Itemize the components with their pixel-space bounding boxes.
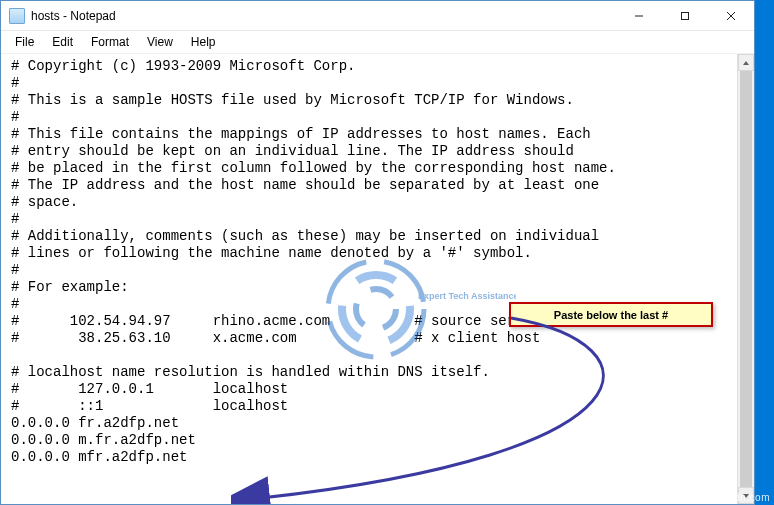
menubar: File Edit Format View Help — [1, 31, 754, 54]
svg-marker-4 — [743, 61, 749, 65]
window-title: hosts - Notepad — [31, 9, 616, 23]
menu-view[interactable]: View — [139, 33, 181, 51]
source-credit: wsxdn.com — [715, 492, 770, 503]
text-editor[interactable]: # Copyright (c) 1993-2009 Microsoft Corp… — [1, 54, 737, 504]
menu-help[interactable]: Help — [183, 33, 224, 51]
titlebar: hosts - Notepad — [1, 1, 754, 31]
chevron-up-icon — [742, 59, 750, 67]
minimize-button[interactable] — [616, 1, 662, 30]
notepad-icon — [9, 8, 25, 24]
notepad-window: hosts - Notepad File Edit Format View He… — [0, 0, 755, 505]
close-button[interactable] — [708, 1, 754, 30]
annotation-callout: Paste below the last # — [509, 302, 713, 327]
maximize-icon — [680, 11, 690, 21]
menu-file[interactable]: File — [7, 33, 42, 51]
svg-rect-1 — [682, 12, 689, 19]
minimize-icon — [634, 11, 644, 21]
maximize-button[interactable] — [662, 1, 708, 30]
menu-format[interactable]: Format — [83, 33, 137, 51]
scroll-up-button[interactable] — [738, 54, 754, 71]
vertical-scrollbar[interactable] — [737, 54, 754, 504]
scroll-thumb[interactable] — [740, 71, 752, 487]
annotation-text: Paste below the last # — [554, 309, 668, 321]
close-icon — [726, 11, 736, 21]
menu-edit[interactable]: Edit — [44, 33, 81, 51]
scroll-track[interactable] — [738, 71, 754, 487]
window-controls — [616, 1, 754, 30]
editor-container: # Copyright (c) 1993-2009 Microsoft Corp… — [1, 54, 754, 504]
